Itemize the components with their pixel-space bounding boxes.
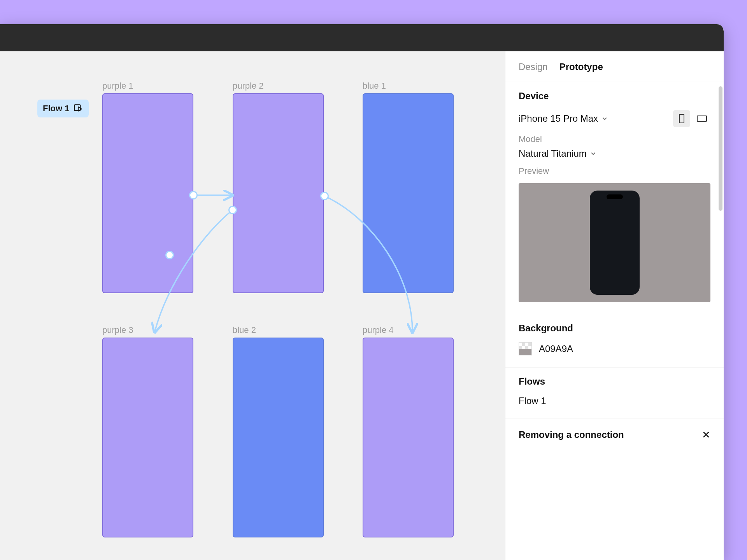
connection-handle[interactable] [189, 191, 198, 200]
frame-blue-1[interactable] [363, 93, 454, 293]
flows-section: Flows Flow 1 [505, 367, 724, 418]
properties-panel: Design Prototype Device iPhone 15 Pro Ma… [505, 51, 724, 560]
frame-purple-1[interactable] [102, 93, 193, 293]
background-section-title: Background [519, 323, 710, 334]
frame-purple-4[interactable] [363, 338, 454, 537]
panel-tabs: Design Prototype [505, 51, 724, 82]
model-select-value: Natural Titanium [519, 148, 587, 159]
flows-section-title: Flows [519, 376, 710, 387]
flow-start-badge[interactable]: Flow 1 [37, 100, 89, 117]
flow-play-icon [73, 103, 83, 114]
frame-purple-2[interactable] [233, 93, 324, 293]
device-preview-phone [590, 191, 640, 295]
device-section: Device iPhone 15 Pro Max [505, 82, 724, 314]
device-section-title: Device [519, 91, 710, 102]
scrollbar-thumb[interactable] [719, 86, 722, 211]
chevron-down-icon [602, 116, 607, 121]
connection-handle[interactable] [320, 192, 329, 200]
chevron-down-icon [591, 151, 596, 156]
background-section: Background A09A9A [505, 314, 724, 367]
frame-label[interactable]: blue 2 [233, 325, 256, 335]
orientation-portrait-button[interactable] [673, 110, 690, 127]
frame-label[interactable]: purple 4 [363, 325, 394, 335]
preview-label: Preview [519, 166, 710, 176]
frame-label[interactable]: blue 1 [363, 81, 386, 91]
connection-handle[interactable] [228, 206, 237, 214]
device-select[interactable]: iPhone 15 Pro Max [519, 113, 607, 124]
frame-blue-2[interactable] [233, 338, 324, 537]
model-select[interactable]: Natural Titanium [519, 148, 596, 159]
frame-label[interactable]: purple 1 [102, 81, 133, 91]
canvas[interactable]: Flow 1 purple 1 purple 2 blue 1 purple 3… [0, 51, 505, 560]
app-window: Flow 1 purple 1 purple 2 blue 1 purple 3… [0, 24, 724, 560]
tab-design[interactable]: Design [519, 61, 548, 72]
orientation-landscape-button[interactable] [693, 110, 710, 127]
portrait-icon [679, 114, 684, 123]
connection-waypoint[interactable] [165, 251, 174, 259]
device-select-value: iPhone 15 Pro Max [519, 113, 598, 124]
flow-item[interactable]: Flow 1 [519, 396, 710, 406]
frame-label[interactable]: purple 3 [102, 325, 133, 335]
landscape-icon [697, 116, 707, 122]
frame-label[interactable]: purple 2 [233, 81, 264, 91]
close-icon[interactable]: ✕ [702, 430, 710, 440]
background-value[interactable]: A09A9A [539, 343, 573, 354]
titlebar [0, 24, 724, 51]
flow-start-label: Flow 1 [43, 103, 69, 114]
tab-prototype[interactable]: Prototype [559, 61, 603, 72]
frame-purple-3[interactable] [102, 338, 193, 537]
device-preview [519, 183, 710, 302]
background-swatch[interactable] [519, 342, 532, 355]
model-label: Model [519, 134, 710, 144]
tip-title: Removing a connection [519, 429, 624, 440]
orientation-toggle [673, 110, 710, 127]
tip-card: Removing a connection ✕ [505, 418, 724, 440]
content: Flow 1 purple 1 purple 2 blue 1 purple 3… [0, 51, 724, 560]
